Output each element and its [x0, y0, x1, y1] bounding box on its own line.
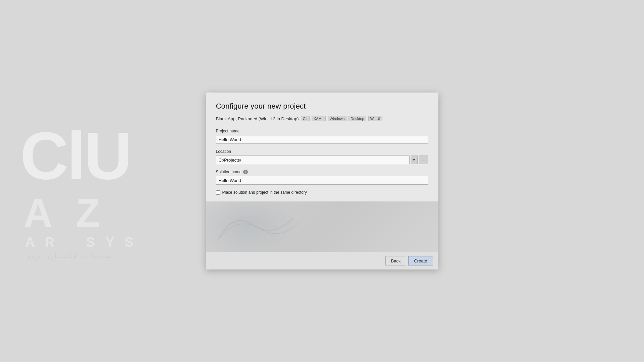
dialog-footer: Back Create [206, 252, 438, 269]
location-dropdown-arrow[interactable] [411, 156, 418, 164]
project-type-name: Blank App, Packaged (WinUI 3 in Desktop) [216, 116, 299, 121]
solution-name-group: Solution name i [216, 170, 428, 185]
solution-name-label: Solution name i [216, 170, 428, 174]
same-directory-row: Place solution and project in the same d… [216, 190, 428, 195]
tag-windows: Windows [328, 116, 347, 121]
project-type-row: Blank App, Packaged (WinUI 3 in Desktop)… [216, 116, 428, 121]
location-group: Location ... [216, 149, 428, 164]
location-label: Location [216, 149, 428, 154]
dialog-bottom-decoration [206, 201, 438, 252]
dialog-content: Configure your new project Blank App, Pa… [206, 93, 438, 201]
project-name-label: Project name [216, 129, 428, 133]
tag-csharp: C# [301, 116, 310, 121]
create-button[interactable]: Create [408, 256, 433, 265]
configure-project-dialog: Configure your new project Blank App, Pa… [206, 93, 438, 269]
same-directory-label[interactable]: Place solution and project in the same d… [222, 190, 307, 195]
solution-name-input[interactable] [216, 176, 428, 185]
back-button[interactable]: Back [385, 256, 407, 265]
tag-xaml: XAML [312, 116, 326, 121]
tag-desktop: Desktop [348, 116, 366, 121]
project-name-input[interactable] [216, 135, 428, 144]
dialog-overlay: Configure your new project Blank App, Pa… [0, 0, 644, 362]
solution-name-info-icon[interactable]: i [243, 170, 248, 174]
location-input-row: ... [216, 156, 428, 164]
project-name-group: Project name [216, 129, 428, 144]
swirl-svg [213, 205, 307, 248]
dialog-title: Configure your new project [216, 102, 428, 111]
browse-button[interactable]: ... [419, 156, 428, 164]
tag-winui: WinUI [368, 116, 382, 121]
location-input[interactable] [216, 156, 410, 164]
same-directory-checkbox[interactable] [216, 190, 220, 195]
